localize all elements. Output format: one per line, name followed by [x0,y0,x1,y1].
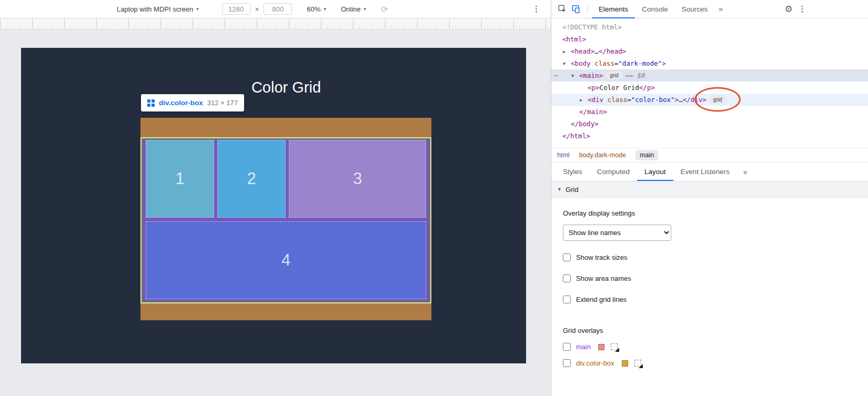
overlay-checkbox-div-color-box[interactable] [563,359,571,367]
overlay-checkbox-main[interactable] [563,343,571,351]
code-token: </head> [599,47,627,55]
dom-tree-row[interactable]: </main> [551,106,868,118]
zoom-select[interactable]: 60% ▾ [307,5,326,13]
code-token: </html> [562,132,590,140]
dom-tree-row[interactable]: </body> [551,118,868,130]
emulation-area: Color Grid 1234 div.color-box 312 × 177 [0,29,551,396]
chevron-down-icon: ▾ [364,6,367,12]
checkbox-extend-grid-lines[interactable] [563,296,571,303]
row-overflow-dots[interactable]: ⋯ [554,69,558,82]
panel-tab-styles[interactable]: Styles [556,163,590,181]
code-token: <!DOCTYPE html> [562,23,622,31]
checkbox-label: Show track sizes [576,253,628,261]
dom-tree-row[interactable]: ⋯▼<main>grid== $0 [551,69,868,82]
device-toolbar-toggle-icon[interactable] [569,2,583,16]
checkbox-row: Extend grid lines [563,296,868,303]
panel-tab-layout[interactable]: Layout [637,163,673,181]
code-token: > [675,96,679,104]
overlay-color-swatch [598,344,604,350]
grid-overlays-list: maindiv.color-box [563,343,868,367]
code-token: == $0 [625,72,645,79]
overlay-color-swatch [622,360,628,367]
breadcrumb-item-html[interactable]: html [557,151,570,159]
tab-sources[interactable]: Sources [675,0,715,18]
grid-cell-2: 2 [217,140,286,218]
device-select-label: Laptop with MDPI screen [117,5,193,13]
breadcrumb-item-body-dark-mode[interactable]: body.dark-mode [579,151,626,159]
grid-cell-3: 3 [289,140,426,218]
expander-open-icon[interactable]: ▼ [563,58,571,70]
grid-overlay: 1234 [140,137,431,303]
panel-tab-computed[interactable]: Computed [590,163,637,181]
code-token: "dark-mode" [618,59,662,67]
device-viewport-page[interactable]: Color Grid 1234 div.color-box 312 × 177 [21,48,526,363]
separator [587,4,588,14]
expander-closed-icon[interactable]: ▶ [563,46,571,58]
breadcrumb-item-main[interactable]: main [635,150,658,160]
code-token: class [608,96,628,104]
dom-tree-row[interactable]: <!DOCTYPE html> [551,21,868,33]
code-token: > [662,59,666,67]
code-token: <head> [571,47,594,55]
dom-tree: <!DOCTYPE html><html>▶<head>…</head>▼<bo… [551,18,868,148]
horizontal-ruler [0,18,551,29]
checkbox-show-area-names[interactable] [563,275,571,282]
more-panel-tabs-button[interactable]: » [743,163,748,181]
code-token: = [627,96,631,104]
device-select[interactable]: Laptop with MDPI screen ▾ [117,5,199,13]
app-root: Laptop with MDPI screen ▾ × 60% ▾ Online… [0,0,868,396]
chevron-down-icon: ▾ [196,6,199,12]
code-token: <main> [579,72,603,79]
tab-elements[interactable]: Elements [592,0,635,18]
grid-badge[interactable]: grid [709,95,726,104]
code-token: <div [588,96,603,104]
throttling-select[interactable]: Online ▾ [341,5,366,13]
triangle-down-icon: ▼ [557,187,562,192]
devtools-menu-icon[interactable]: ⋮ [795,2,809,16]
grid-section-header[interactable]: ▼ Grid [551,181,868,198]
code-token: <p> [588,84,600,92]
tooltip-selector: div.color-box [159,99,203,107]
dom-tree-row[interactable]: <p>Color Grid</p> [551,82,868,94]
devtools-tabs: ElementsConsoleSources [592,0,714,18]
code-token: Color Grid [600,84,639,92]
more-tabs-button[interactable]: » [714,5,727,13]
devtools-panel: ElementsConsoleSources » ⚙ ⋮ <!DOCTYPE h… [551,0,868,396]
panel-tabs: StylesComputedLayoutEvent Listeners» [551,162,868,181]
grid-cell-1: 1 [146,140,214,218]
dom-tree-row[interactable]: <html> [551,33,868,45]
dom-tree-row[interactable]: ▶<div class="color-box">…</div>grid [551,94,868,106]
color-box: 1234 [140,118,431,320]
dom-tree-row[interactable]: </html> [551,130,868,142]
viewport-height-input[interactable] [264,3,292,15]
page-title: Color Grid [21,78,526,96]
overlay-select-icon[interactable] [611,343,618,350]
code-token: </p> [639,84,655,92]
checkbox-label: Extend grid lines [576,296,627,303]
grid-badge[interactable]: grid [605,71,623,79]
device-emulation-pane: Laptop with MDPI screen ▾ × 60% ▾ Online… [0,0,551,396]
rotate-viewport-icon[interactable]: ⟳ [381,4,388,14]
line-names-dropdown[interactable]: Show line names [563,225,671,241]
grid-section-label: Grid [566,186,579,194]
overlay-select-icon[interactable] [634,360,641,367]
expander-closed-icon[interactable]: ▶ [580,94,588,106]
checkbox-show-track-sizes[interactable] [563,253,571,261]
panel-tab-event-listeners[interactable]: Event Listeners [673,163,737,181]
expander-open-icon[interactable]: ▼ [571,70,579,82]
grid-overlays-label: Grid overlays [563,327,868,334]
overlay-settings-label: Overlay display settings [563,198,868,217]
throttling-label: Online [341,5,361,13]
tab-console[interactable]: Console [635,0,675,18]
code-token: "color-box" [631,96,675,104]
code-token: </body> [571,120,599,128]
dom-tree-row[interactable]: ▶<head>…</head> [551,45,868,57]
device-toolbar-menu-icon[interactable]: ⋮ [532,4,540,14]
inspect-tooltip: div.color-box 312 × 177 [141,94,244,111]
dom-tree-row[interactable]: ▼<body class="dark-mode"> [551,57,868,69]
viewport-width-input[interactable] [222,3,250,15]
zoom-label: 60% [307,5,320,13]
code-token: </main> [579,108,607,116]
settings-gear-icon[interactable]: ⚙ [782,2,795,16]
inspect-element-icon[interactable] [556,2,569,16]
